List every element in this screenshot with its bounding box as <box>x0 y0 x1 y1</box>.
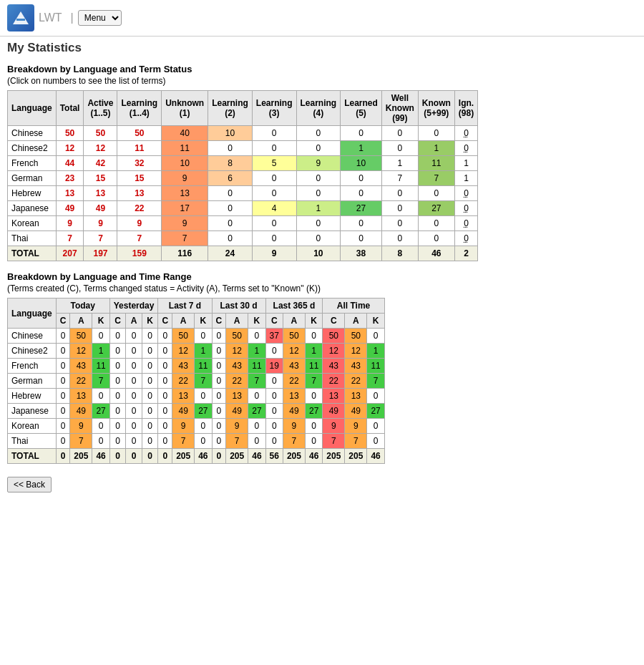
cell-yesterday-0[interactable]: 0 <box>109 374 126 389</box>
cell-alltime-1[interactable]: 12 <box>345 344 367 359</box>
cell-today-2[interactable]: 0 <box>92 419 109 434</box>
cell-yesterday-2[interactable]: 0 <box>142 419 158 434</box>
cell-today-1[interactable]: 13 <box>70 389 92 404</box>
cell-ign[interactable]: 1 <box>454 171 477 186</box>
cell-unknown[interactable]: 7 <box>162 231 208 246</box>
cell-alltime-0[interactable]: 12 <box>323 344 345 359</box>
cell-known[interactable]: 0 <box>418 126 454 141</box>
cell-yesterday-1[interactable]: 0 <box>126 359 142 374</box>
cell-yesterday-0[interactable]: 0 <box>109 434 126 449</box>
cell-l2[interactable]: 8 <box>208 156 253 171</box>
cell-l2[interactable]: 0 <box>208 186 253 201</box>
cell-alltime-0[interactable]: 43 <box>323 359 345 374</box>
cell-alltime-1[interactable]: 43 <box>345 359 367 374</box>
cell-last7-0[interactable]: 0 <box>158 344 172 359</box>
cell-last7-0[interactable]: 0 <box>158 434 172 449</box>
cell-wellknown[interactable]: 0 <box>381 201 418 216</box>
cell-alltime-2[interactable]: 7 <box>367 374 384 389</box>
cell-alltime-0[interactable]: 22 <box>323 374 345 389</box>
cell-yesterday-0[interactable]: 0 <box>109 344 126 359</box>
cell-learning14[interactable]: 9 <box>117 216 162 231</box>
cell-l4[interactable]: 0 <box>296 186 341 201</box>
cell-yesterday-0[interactable]: 0 <box>109 329 126 344</box>
cell-last7-0[interactable]: 0 <box>158 329 172 344</box>
cell-l4[interactable]: 0 <box>296 216 341 231</box>
cell-last365-0[interactable]: 0 <box>265 404 283 419</box>
cell-last365-1[interactable]: 13 <box>283 389 305 404</box>
cell-last30-0[interactable]: 0 <box>212 389 226 404</box>
cell-ign[interactable]: 0 <box>454 141 477 156</box>
cell-wellknown[interactable]: 0 <box>381 231 418 246</box>
cell-last30-0[interactable]: 0 <box>212 419 226 434</box>
cell-last7-2[interactable]: 27 <box>195 404 212 419</box>
cell-last30-0[interactable]: 0 <box>212 344 226 359</box>
cell-last30-0[interactable]: 0 <box>212 359 226 374</box>
cell-last365-2[interactable]: 27 <box>305 404 322 419</box>
cell-last365-1[interactable]: 49 <box>283 404 305 419</box>
cell-total[interactable]: 49 <box>56 201 84 216</box>
cell-last30-1[interactable]: 50 <box>226 329 248 344</box>
cell-unknown[interactable]: 17 <box>162 201 208 216</box>
cell-today-2[interactable]: 1 <box>92 344 109 359</box>
cell-l2[interactable]: 10 <box>208 126 253 141</box>
cell-wellknown[interactable]: 0 <box>381 216 418 231</box>
cell-today-2[interactable]: 27 <box>92 404 109 419</box>
cell-l3[interactable]: 0 <box>252 186 296 201</box>
cell-l4[interactable]: 9 <box>296 156 341 171</box>
cell-last365-1[interactable]: 43 <box>283 359 305 374</box>
cell-known[interactable]: 0 <box>418 186 454 201</box>
cell-last30-1[interactable]: 43 <box>226 359 248 374</box>
cell-last365-0[interactable]: 0 <box>265 419 283 434</box>
cell-last30-2[interactable]: 0 <box>248 434 265 449</box>
cell-total[interactable]: 7 <box>56 231 84 246</box>
cell-l3[interactable]: 0 <box>252 126 296 141</box>
cell-yesterday-0[interactable]: 0 <box>109 359 126 374</box>
cell-yesterday-0[interactable]: 0 <box>109 404 126 419</box>
cell-last365-1[interactable]: 22 <box>283 374 305 389</box>
cell-total[interactable]: 23 <box>56 171 84 186</box>
cell-last7-1[interactable]: 50 <box>172 329 195 344</box>
cell-today-0[interactable]: 0 <box>56 344 70 359</box>
cell-learned[interactable]: 1 <box>341 141 382 156</box>
cell-alltime-2[interactable]: 0 <box>367 389 384 404</box>
cell-last7-2[interactable]: 11 <box>195 359 212 374</box>
cell-l2[interactable]: 0 <box>208 201 253 216</box>
cell-l2[interactable]: 6 <box>208 171 253 186</box>
cell-learned[interactable]: 0 <box>341 186 382 201</box>
cell-yesterday-1[interactable]: 0 <box>126 344 142 359</box>
cell-learning14[interactable]: 13 <box>117 186 162 201</box>
cell-alltime-1[interactable]: 7 <box>345 434 367 449</box>
cell-last7-2[interactable]: 0 <box>195 434 212 449</box>
back-button[interactable]: << Back <box>7 477 52 492</box>
cell-yesterday-1[interactable]: 0 <box>126 404 142 419</box>
cell-wellknown[interactable]: 0 <box>381 186 418 201</box>
cell-yesterday-0[interactable]: 0 <box>109 419 126 434</box>
cell-alltime-2[interactable]: 27 <box>367 404 384 419</box>
cell-alltime-1[interactable]: 50 <box>345 329 367 344</box>
cell-last7-1[interactable]: 22 <box>172 374 195 389</box>
cell-yesterday-2[interactable]: 0 <box>142 329 158 344</box>
cell-total[interactable]: 12 <box>56 141 84 156</box>
cell-last30-1[interactable]: 7 <box>226 434 248 449</box>
cell-alltime-0[interactable]: 13 <box>323 389 345 404</box>
cell-active[interactable]: 50 <box>84 126 117 141</box>
cell-today-0[interactable]: 0 <box>56 404 70 419</box>
cell-last7-1[interactable]: 49 <box>172 404 195 419</box>
cell-ign[interactable]: 0 <box>454 186 477 201</box>
cell-today-2[interactable]: 7 <box>92 374 109 389</box>
cell-today-1[interactable]: 7 <box>70 434 92 449</box>
cell-learning14[interactable]: 50 <box>117 126 162 141</box>
cell-alltime-2[interactable]: 0 <box>367 434 384 449</box>
cell-l2[interactable]: 0 <box>208 216 253 231</box>
cell-last7-0[interactable]: 0 <box>158 374 172 389</box>
cell-last7-2[interactable]: 7 <box>195 374 212 389</box>
cell-today-1[interactable]: 12 <box>70 344 92 359</box>
cell-last7-2[interactable]: 0 <box>195 329 212 344</box>
cell-today-2[interactable]: 0 <box>92 389 109 404</box>
cell-last365-0[interactable]: 0 <box>265 374 283 389</box>
cell-yesterday-2[interactable]: 0 <box>142 344 158 359</box>
cell-unknown[interactable]: 9 <box>162 216 208 231</box>
cell-l3[interactable]: 0 <box>252 216 296 231</box>
cell-last7-0[interactable]: 0 <box>158 404 172 419</box>
cell-alltime-0[interactable]: 9 <box>323 419 345 434</box>
